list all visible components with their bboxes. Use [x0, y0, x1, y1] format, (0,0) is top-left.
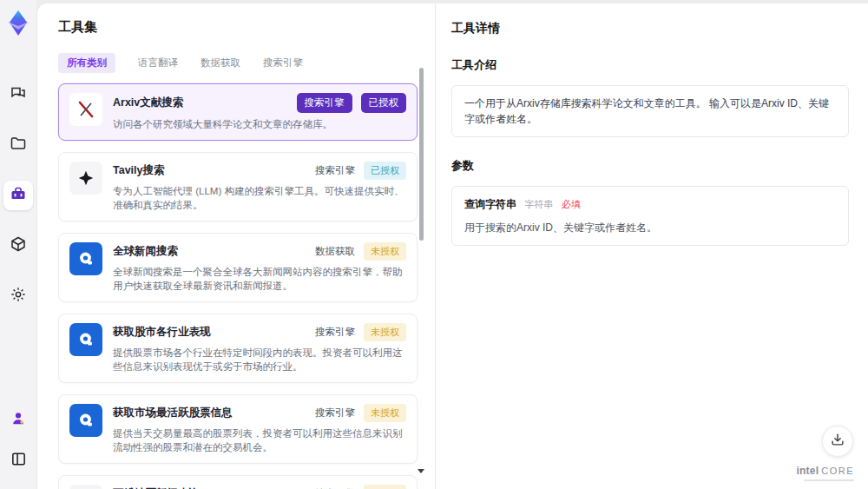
news-search-icon [69, 242, 102, 275]
news-search-icon [69, 404, 102, 437]
status-badge: 未授权 [364, 242, 406, 261]
star-icon [69, 162, 102, 195]
tool-description: 提供股票市场各个行业在特定时间段内的表现。投资者可以利用这些信息来识别表现优于或… [113, 346, 406, 373]
core-wordmark: CORE [821, 466, 854, 476]
status-badge: 未授权 [364, 404, 406, 422]
list-scrollbar[interactable] [419, 68, 424, 241]
sidebar [0, 0, 36, 489]
tab-all-categories[interactable]: 所有类别 [58, 53, 115, 73]
download-icon [830, 432, 845, 451]
sidebar-item-settings[interactable] [3, 281, 33, 311]
arxiv-icon [69, 93, 102, 126]
details-panel: 工具详情 工具介绍 一个用于从Arxiv存储库搜索科学论文和文章的工具。 输入可… [436, 3, 868, 489]
tool-description: 访问各个研究领域大量科学论文和文章的存储库。 [113, 117, 406, 131]
tool-title: 获取市场最活跃股票信息 [113, 406, 233, 420]
tool-title: 获取股市各行业表现 [113, 325, 211, 340]
intro-text: 一个用于从Arxiv存储库搜索科学论文和文章的工具。 输入可以是Arxiv ID… [464, 97, 829, 125]
category-tabs: 所有类别 语言翻译 数据获取 搜索引擎 [58, 53, 435, 73]
user-icon [10, 411, 26, 430]
category-label: 数据获取 [315, 245, 355, 258]
sidebar-item-account[interactable] [3, 406, 33, 435]
download-button[interactable] [822, 426, 853, 457]
tab-search-engine[interactable]: 搜索引擎 [263, 56, 303, 69]
category-label: 搜索引擎 [315, 164, 355, 177]
status-badge: 未授权 [364, 323, 406, 341]
sidebar-item-files[interactable] [3, 130, 33, 160]
sidebar-item-collapse[interactable] [3, 446, 33, 475]
status-badge: 已授权 [361, 93, 407, 113]
tool-card-regional-news[interactable]: 万维地区新闻查询 搜索引擎 未授权 查询具体行政区划内的新闻，快速了解各地新闻动 [58, 475, 418, 489]
sidebar-item-chat[interactable] [3, 80, 33, 109]
param-description: 用于搜索的Arxiv ID、关键字或作者姓名。 [464, 220, 836, 235]
param-box: 查询字符串 字符串 必填 用于搜索的Arxiv ID、关键字或作者姓名。 [451, 186, 849, 246]
app-window: 工具集 所有类别 语言翻译 数据获取 搜索引擎 [0, 0, 868, 489]
intel-core-logo: intel CORE [797, 465, 854, 477]
layout-panel-icon [10, 451, 27, 471]
category-badge: 搜索引擎 [297, 93, 352, 113]
param-type: 字符串 [524, 199, 553, 209]
news-search-icon [69, 323, 102, 356]
tool-title: Tavily搜索 [113, 163, 165, 178]
tool-description: 提供当天交易量最高的股票列表，投资者可以利用这些信息来识别流动性强的股票和潜在的… [113, 426, 406, 454]
scroll-down-arrow[interactable] [418, 469, 424, 473]
gear-icon [10, 286, 27, 307]
intro-heading: 工具介绍 [451, 57, 849, 73]
intel-logo-underline [804, 479, 854, 481]
page-title: 工具集 [58, 19, 435, 36]
tab-translation[interactable]: 语言翻译 [138, 56, 178, 69]
param-required-badge: 必填 [562, 199, 581, 209]
param-header: 查询字符串 字符串 必填 [464, 196, 836, 212]
category-label: 搜索引擎 [315, 326, 355, 339]
tool-description: 全球新闻搜索是一个聚合全球各大新闻网站内容的搜索引擎，帮助用户快速获取全球最新资… [113, 265, 406, 293]
app-logo [5, 7, 31, 42]
tools-panel: 工具集 所有类别 语言翻译 数据获取 搜索引擎 [37, 3, 435, 489]
sidebar-item-tools[interactable] [3, 181, 33, 210]
tool-card-sector-performance[interactable]: 获取股市各行业表现 搜索引擎 未授权 提供股票市场各个行业在特定时间段内的表现。… [58, 314, 418, 383]
tool-list: Arxiv文献搜索 搜索引擎 已授权 访问各个研究领域大量科学论文和文章的存储库… [58, 83, 418, 489]
folder-icon [10, 135, 27, 155]
main-content: 工具集 所有类别 语言翻译 数据获取 搜索引擎 [36, 3, 868, 489]
tool-card-arxiv[interactable]: Arxiv文献搜索 搜索引擎 已授权 访问各个研究领域大量科学论文和文章的存储库… [58, 83, 418, 141]
intro-box: 一个用于从Arxiv存储库搜索科学论文和文章的工具。 输入可以是Arxiv ID… [451, 85, 849, 137]
sidebar-item-packages[interactable] [3, 231, 33, 261]
params-heading: 参数 [451, 158, 849, 174]
status-badge: 未授权 [364, 485, 406, 489]
status-badge: 已授权 [364, 162, 406, 180]
tab-data-fetch[interactable]: 数据获取 [201, 56, 240, 69]
param-name: 查询字符串 [464, 198, 516, 210]
toolbox-icon [10, 185, 27, 206]
category-label: 搜索引擎 [315, 406, 355, 420]
newspaper-icon [69, 485, 102, 489]
details-title: 工具详情 [451, 21, 849, 36]
tool-description: 专为人工智能代理 (LLM) 构建的搜索引擎工具。可快速提供实时、准确和真实的结… [113, 184, 406, 212]
tool-title: 全球新闻搜索 [113, 244, 178, 259]
tool-title: Arxiv文献搜索 [113, 96, 183, 110]
tool-card-global-news[interactable]: 全球新闻搜索 数据获取 未授权 全球新闻搜索是一个聚合全球各大新闻网站内容的搜索… [58, 233, 418, 302]
chat-icon [10, 84, 27, 105]
intel-wordmark: intel [797, 465, 819, 477]
tool-card-active-stocks[interactable]: 获取市场最活跃股票信息 搜索引擎 未授权 提供当天交易量最高的股票列表，投资者可… [58, 394, 418, 464]
tool-card-tavily[interactable]: Tavily搜索 搜索引擎 已授权 专为人工智能代理 (LLM) 构建的搜索引擎… [58, 152, 418, 221]
package-icon [10, 235, 27, 256]
